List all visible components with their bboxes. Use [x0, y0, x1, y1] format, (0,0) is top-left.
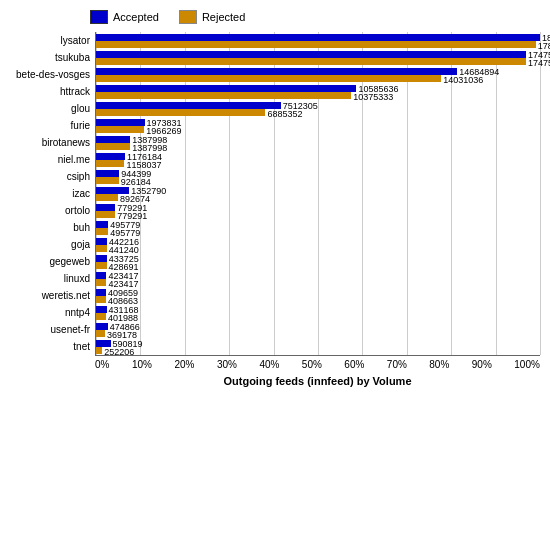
bar-accepted [96, 204, 115, 211]
bar-group: 19738311966269 [96, 117, 540, 134]
bar-rejected [96, 245, 107, 252]
bar-row: 944399926184 [96, 168, 540, 185]
y-label: furie [10, 117, 95, 134]
y-label: niel.me [10, 151, 95, 168]
legend: Accepted Rejected [10, 10, 540, 24]
bar-group: 495779495779 [96, 219, 540, 236]
bar-accepted [96, 136, 130, 143]
bar-group: 1058563610375333 [96, 83, 540, 100]
x-axis-label: 40% [259, 359, 279, 370]
bar-rejected [96, 58, 526, 65]
bar-group: 409659408663 [96, 287, 540, 304]
y-labels: lysatortsukubabete-des-vosgeshttrackglou… [10, 32, 95, 356]
x-axis-label: 90% [472, 359, 492, 370]
x-axis-labels: 0%10%20%30%40%50%60%70%80%90%100% [10, 356, 540, 370]
bar-accepted [96, 119, 145, 126]
legend-rejected-label: Rejected [202, 11, 245, 23]
bar-rejected [96, 177, 119, 184]
bars-wrapper: 1804723717871149174759921747599214684894… [95, 32, 540, 356]
bar-rejected [96, 330, 105, 337]
x-axis-label: 70% [387, 359, 407, 370]
bar-accepted [96, 323, 108, 330]
y-label: tsukuba [10, 49, 95, 66]
bar-accepted [96, 255, 107, 262]
bars-area: 1804723717871149174759921747599214684894… [96, 32, 540, 355]
bar-rejected [96, 228, 108, 235]
x-axis-label: 60% [344, 359, 364, 370]
legend-rejected: Rejected [179, 10, 245, 24]
bar-accepted [96, 340, 111, 347]
y-label: gegeweb [10, 253, 95, 270]
bar-group: 13879981387998 [96, 134, 540, 151]
bar-row: 1747599217475992 [96, 49, 540, 66]
bar-row: 409659408663 [96, 287, 540, 304]
bar-group: 474866369178 [96, 321, 540, 338]
bar-rejected [96, 160, 124, 167]
x-axis-label: 30% [217, 359, 237, 370]
bar-group: 1468489414031036 [96, 66, 540, 83]
bar-rejected [96, 296, 106, 303]
bar-row: 11761841158037 [96, 151, 540, 168]
x-axis-label: 100% [514, 359, 540, 370]
y-label: usenet-fr [10, 321, 95, 338]
bar-row: 779291779291 [96, 202, 540, 219]
bar-group: 1804723717871149 [96, 32, 540, 49]
y-label: tnet [10, 338, 95, 355]
bar-accepted [96, 187, 129, 194]
bar-accepted [96, 85, 356, 92]
bar-row: 1352790892674 [96, 185, 540, 202]
bar-row: 1058563610375333 [96, 83, 540, 100]
bar-row: 474866369178 [96, 321, 540, 338]
y-label: nntp4 [10, 304, 95, 321]
x-axis-label: 80% [429, 359, 449, 370]
bar-rejected [96, 279, 106, 286]
y-label: buh [10, 219, 95, 236]
bar-rejected [96, 143, 130, 150]
bar-row: 433725428691 [96, 253, 540, 270]
y-label: weretis.net [10, 287, 95, 304]
bar-rejected [96, 211, 115, 218]
bar-group: 779291779291 [96, 202, 540, 219]
legend-accepted-box [90, 10, 108, 24]
bar-rejected [96, 75, 441, 82]
y-label: bete-des-vosges [10, 66, 95, 83]
bar-accepted [96, 153, 125, 160]
bar-accepted [96, 68, 457, 75]
bar-row: 19738311966269 [96, 117, 540, 134]
bar-row: 75123056885352 [96, 100, 540, 117]
bar-rejected [96, 126, 144, 133]
y-label: httrack [10, 83, 95, 100]
chart-area: lysatortsukubabete-des-vosgeshttrackglou… [10, 32, 540, 356]
legend-accepted-label: Accepted [113, 11, 159, 23]
legend-accepted: Accepted [90, 10, 159, 24]
bar-group: 590819252206 [96, 338, 540, 355]
bar-rejected-label: 252206 [102, 347, 134, 357]
bar-accepted [96, 306, 107, 313]
bar-rejected [96, 109, 265, 116]
bar-group: 1352790892674 [96, 185, 540, 202]
y-label: birotanews [10, 134, 95, 151]
y-label: csiph [10, 168, 95, 185]
legend-rejected-box [179, 10, 197, 24]
y-label: izac [10, 185, 95, 202]
y-label: lysator [10, 32, 95, 49]
bar-rejected [96, 92, 351, 99]
bar-accepted [96, 34, 540, 41]
bar-group: 1747599217475992 [96, 49, 540, 66]
x-axis-title: Outgoing feeds (innfeed) by Volume [10, 375, 540, 387]
bar-accepted [96, 170, 119, 177]
chart-container: Accepted Rejected lysatortsukubabete-des… [0, 0, 550, 555]
bar-row: 1468489414031036 [96, 66, 540, 83]
bar-row: 13879981387998 [96, 134, 540, 151]
y-label: ortolo [10, 202, 95, 219]
bar-group: 75123056885352 [96, 100, 540, 117]
bar-row: 442216441240 [96, 236, 540, 253]
bar-accepted [96, 289, 106, 296]
bar-row: 423417423417 [96, 270, 540, 287]
bar-group: 423417423417 [96, 270, 540, 287]
y-label: linuxd [10, 270, 95, 287]
bar-accepted [96, 102, 281, 109]
y-label: glou [10, 100, 95, 117]
bar-row: 590819252206 [96, 338, 540, 355]
bar-group: 431168401988 [96, 304, 540, 321]
